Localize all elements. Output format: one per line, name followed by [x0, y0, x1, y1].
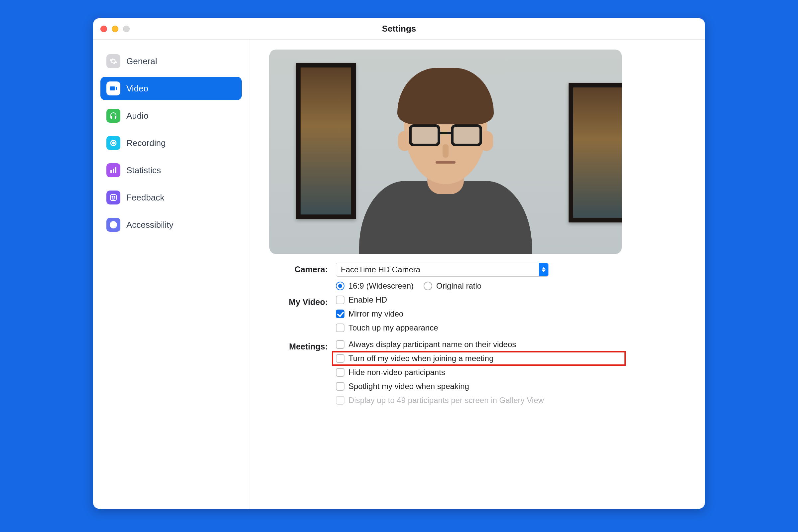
highlight-annotation: Turn off my video when joining a meeting — [332, 351, 626, 366]
settings-sidebar: GeneralVideoAudioRecordingStatisticsFeed… — [93, 40, 249, 509]
ratio-original-radio[interactable]: Original ratio — [424, 281, 481, 291]
checkbox-icon — [336, 368, 344, 377]
bars-icon — [107, 163, 120, 177]
camera-select-value: FaceTime HD Camera — [341, 265, 420, 274]
svg-point-6 — [112, 196, 113, 197]
checkbox-icon — [336, 296, 344, 304]
radio-icon — [336, 282, 344, 290]
enable-hd-label: Enable HD — [348, 295, 387, 305]
ratio-original-label: Original ratio — [436, 281, 481, 291]
my-video-row: My Video: Enable HD Mirror my video T — [269, 295, 622, 332]
preview-decor — [296, 63, 356, 219]
sidebar-item-label: Statistics — [126, 165, 161, 175]
svg-marker-10 — [542, 267, 546, 269]
aspect-ratio-options: 16:9 (Widescreen) Original ratio — [336, 281, 622, 291]
svg-rect-4 — [115, 167, 116, 173]
person-icon — [107, 218, 120, 232]
turn-off-video-join-checkbox[interactable]: Turn off my video when joining a meeting — [336, 354, 493, 363]
record-icon — [107, 136, 120, 150]
video-icon — [107, 81, 120, 95]
dropdown-handle-icon — [539, 263, 548, 276]
ratio-widescreen-radio[interactable]: 16:9 (Widescreen) — [336, 281, 414, 291]
sidebar-item-label: Audio — [126, 111, 149, 121]
preview-person — [366, 68, 525, 254]
meetings-label: Meetings: — [269, 340, 336, 352]
gear-icon — [107, 54, 120, 68]
checkbox-icon — [336, 382, 344, 391]
always-display-name-checkbox[interactable]: Always display participant name on their… — [336, 340, 622, 349]
svg-point-1 — [112, 142, 114, 144]
hide-nonvideo-label: Hide non-video participants — [348, 368, 445, 377]
preview-decor — [569, 83, 622, 223]
window-body: GeneralVideoAudioRecordingStatisticsFeed… — [93, 40, 705, 509]
sidebar-item-label: General — [126, 56, 157, 66]
svg-rect-3 — [113, 169, 114, 173]
titlebar: Settings — [93, 18, 705, 40]
sidebar-item-feedback[interactable]: Feedback — [100, 186, 242, 209]
sidebar-item-label: Recording — [126, 138, 166, 148]
checkbox-icon — [336, 396, 344, 405]
sidebar-item-audio[interactable]: Audio — [100, 104, 242, 127]
touch-up-label: Touch up my appearance — [348, 323, 438, 332]
svg-marker-11 — [542, 270, 546, 272]
gallery-49-checkbox: Display up to 49 participants per screen… — [336, 396, 622, 405]
my-video-label: My Video: — [269, 295, 336, 307]
window-title: Settings — [382, 24, 416, 34]
close-window-button[interactable] — [100, 25, 107, 32]
enable-hd-checkbox[interactable]: Enable HD — [336, 295, 622, 305]
maximize-window-button[interactable] — [123, 25, 130, 32]
window-controls — [100, 25, 130, 32]
mirror-video-checkbox[interactable]: Mirror my video — [336, 309, 622, 319]
headphones-icon — [107, 109, 120, 123]
ratio-widescreen-label: 16:9 (Widescreen) — [348, 281, 414, 291]
hide-nonvideo-checkbox[interactable]: Hide non-video participants — [336, 368, 622, 377]
svg-rect-2 — [110, 170, 112, 173]
sidebar-item-general[interactable]: General — [100, 50, 242, 73]
checkbox-icon — [336, 309, 344, 318]
spotlight-speaking-label: Spotlight my video when speaking — [348, 382, 469, 391]
svg-rect-5 — [110, 194, 116, 201]
camera-label: Camera: — [269, 263, 336, 274]
svg-point-7 — [114, 196, 115, 197]
sidebar-item-statistics[interactable]: Statistics — [100, 158, 242, 182]
sidebar-item-label: Feedback — [126, 192, 164, 203]
meetings-row: Meetings: Always display participant nam… — [269, 340, 622, 405]
touch-up-checkbox[interactable]: Touch up my appearance — [336, 323, 622, 332]
checkbox-icon — [336, 324, 344, 332]
sidebar-item-recording[interactable]: Recording — [100, 131, 242, 155]
checkbox-icon — [336, 340, 344, 349]
radio-icon — [424, 282, 432, 290]
checkbox-icon — [336, 354, 344, 363]
settings-window: Settings GeneralVideoAudioRecordingStati… — [93, 18, 705, 509]
camera-select[interactable]: FaceTime HD Camera — [336, 263, 549, 277]
always-display-name-label: Always display participant name on their… — [348, 340, 516, 349]
gallery-49-label: Display up to 49 participants per screen… — [348, 396, 544, 405]
minimize-window-button[interactable] — [112, 25, 118, 32]
sidebar-item-label: Accessibility — [126, 220, 174, 230]
sidebar-item-label: Video — [126, 83, 148, 94]
spotlight-speaking-checkbox[interactable]: Spotlight my video when speaking — [336, 382, 622, 391]
settings-content: Camera: FaceTime HD Camera — [249, 40, 705, 509]
mirror-video-label: Mirror my video — [348, 309, 403, 319]
sidebar-item-accessibility[interactable]: Accessibility — [100, 213, 242, 236]
svg-point-9 — [113, 223, 114, 224]
video-settings-form: Camera: FaceTime HD Camera — [269, 263, 622, 405]
camera-row: Camera: FaceTime HD Camera — [269, 263, 622, 291]
smile-icon — [107, 191, 120, 205]
sidebar-item-video[interactable]: Video — [100, 77, 242, 100]
turn-off-video-join-label: Turn off my video when joining a meeting — [348, 354, 493, 363]
camera-preview — [269, 50, 622, 254]
